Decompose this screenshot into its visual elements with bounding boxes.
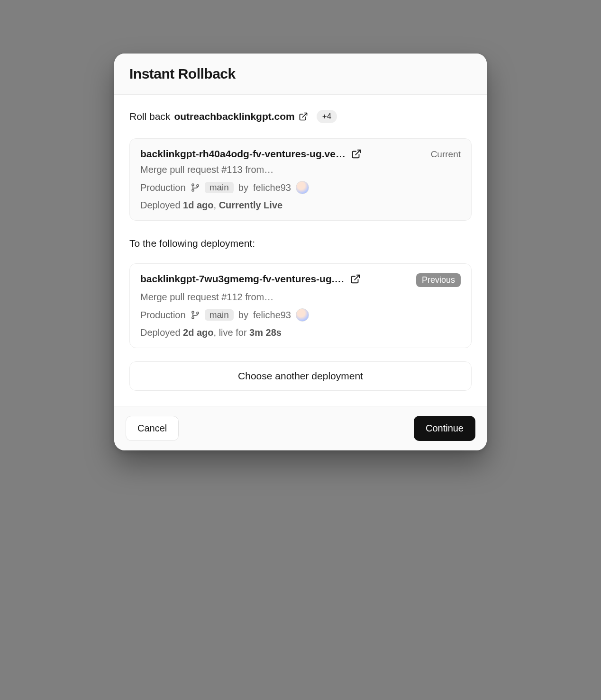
git-branch-icon: [191, 310, 200, 320]
previous-branch-chip[interactable]: main: [205, 309, 234, 321]
previous-meta-row: Production main by feliche93: [140, 308, 461, 322]
to-deployment-label: To the following deployment:: [129, 238, 472, 249]
current-branch-chip[interactable]: main: [205, 182, 234, 193]
cancel-button[interactable]: Cancel: [126, 416, 179, 441]
avatar: [296, 308, 309, 322]
instant-rollback-modal: Instant Rollback Roll back outreachbackl…: [114, 54, 487, 450]
deployed-prefix: Deployed: [140, 327, 181, 338]
rollback-domain-link[interactable]: outreachbacklinkgpt.com: [174, 111, 308, 122]
current-live-text: Currently Live: [219, 200, 282, 210]
rollback-domain-text: outreachbacklinkgpt.com: [174, 111, 294, 122]
current-env: Production: [140, 182, 186, 193]
external-link-icon[interactable]: [351, 149, 362, 159]
modal-title: Instant Rollback: [129, 66, 472, 82]
previous-deployment-card: backlinkgpt-7wu3gmemg-fv-ventures-ug.… P…: [129, 263, 472, 348]
previous-suffix: , live for: [214, 327, 250, 338]
rollback-prefix: Roll back: [129, 111, 170, 122]
current-meta-row: Production main by feliche93: [140, 181, 461, 194]
current-age: 1d ago: [183, 200, 213, 210]
current-author: feliche93: [253, 182, 291, 193]
svg-line-1: [355, 150, 360, 155]
avatar: [296, 181, 309, 194]
deployed-prefix: Deployed: [140, 200, 181, 210]
previous-author: feliche93: [253, 310, 291, 321]
external-link-icon: [299, 112, 308, 121]
previous-commit-message: Merge pull request #112 from…: [140, 292, 461, 303]
previous-live-text: 3m 28s: [249, 327, 282, 338]
svg-line-0: [302, 113, 307, 117]
current-deployed-line: Deployed 1d ago, Currently Live: [140, 200, 461, 211]
current-status-label: Current: [431, 148, 461, 160]
modal-footer: Cancel Continue: [114, 406, 487, 450]
current-deployment-url: backlinkgpt-rh40a4odg-fv-ventures-ug.ve…: [140, 148, 346, 160]
current-suffix: ,: [214, 200, 219, 210]
choose-another-deployment-button[interactable]: Choose another deployment: [129, 361, 472, 391]
modal-body: Roll back outreachbacklinkgpt.com +4 bac…: [114, 95, 487, 406]
by-prefix: by: [238, 310, 248, 321]
more-domains-badge[interactable]: +4: [317, 110, 337, 123]
modal-header: Instant Rollback: [114, 54, 487, 95]
previous-deployment-url: backlinkgpt-7wu3gmemg-fv-ventures-ug.…: [140, 273, 345, 285]
git-branch-icon: [191, 183, 200, 192]
rollback-target-line: Roll back outreachbacklinkgpt.com +4: [129, 110, 472, 123]
svg-line-5: [355, 275, 359, 280]
previous-age: 2d ago: [183, 327, 213, 338]
previous-status-pill: Previous: [416, 273, 461, 287]
external-link-icon[interactable]: [350, 274, 361, 284]
continue-button[interactable]: Continue: [414, 416, 475, 441]
by-prefix: by: [238, 182, 248, 193]
current-commit-message: Merge pull request #113 from…: [140, 164, 461, 175]
previous-env: Production: [140, 310, 186, 321]
current-deployment-card: backlinkgpt-rh40a4odg-fv-ventures-ug.ve……: [129, 138, 472, 221]
previous-deployed-line: Deployed 2d ago, live for 3m 28s: [140, 327, 461, 338]
